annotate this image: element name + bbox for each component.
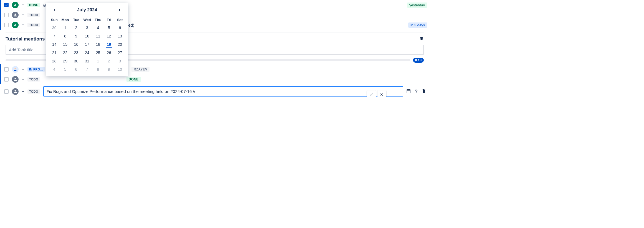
prev-month-button[interactable] (51, 7, 58, 13)
chevron-down-icon[interactable] (21, 13, 25, 17)
calendar-day[interactable]: 14 (49, 40, 60, 49)
calendar-day[interactable]: 11 (93, 32, 103, 40)
progress-badge: 0 / 3 (413, 58, 424, 63)
date-picker: July 2024 SunMonTueWedThuFriSat 30123456… (46, 3, 128, 76)
calendar-dow: Thu (93, 16, 103, 24)
confirm-button[interactable] (367, 90, 376, 97)
calendar-day[interactable]: 6 (115, 24, 125, 32)
calendar-day[interactable]: 29 (60, 57, 70, 65)
status-badge[interactable]: TODO (27, 13, 40, 17)
calendar-dow: Tue (71, 16, 82, 24)
avatar[interactable]: A (12, 2, 19, 8)
calendar-day[interactable]: 26 (103, 49, 114, 57)
status-badge[interactable]: TODO (27, 77, 40, 82)
calendar-day[interactable]: 31 (82, 57, 92, 65)
chevron-down-icon[interactable] (21, 67, 25, 72)
task-checkbox[interactable] (4, 77, 9, 82)
calendar-day[interactable]: 5 (60, 65, 70, 74)
task-checkbox[interactable] (4, 67, 9, 72)
task-checkbox[interactable] (4, 13, 9, 17)
calendar-day[interactable]: 7 (49, 32, 60, 40)
avatar[interactable] (12, 12, 19, 18)
calendar-day[interactable]: 9 (71, 32, 82, 40)
calendar-day[interactable]: 30 (49, 24, 60, 32)
task-checkbox[interactable] (4, 89, 9, 94)
calendar-day[interactable]: 6 (71, 65, 82, 74)
calendar-day[interactable]: 27 (115, 49, 125, 57)
task-title-edit-wrapper (43, 86, 403, 97)
calendar-day[interactable]: 28 (49, 57, 60, 65)
calendar-day[interactable]: 12 (103, 32, 114, 40)
avatar[interactable] (12, 88, 19, 95)
status-badge[interactable]: TODO (27, 89, 40, 94)
calendar-day[interactable]: 23 (71, 49, 82, 57)
calendar-day[interactable]: 30 (71, 57, 82, 65)
calendar-day[interactable]: 4 (49, 65, 60, 74)
calendar-day[interactable]: 5 (103, 24, 114, 32)
calendar-day[interactable]: 2 (103, 57, 114, 65)
calendar-dow: Wed (82, 16, 92, 24)
calendar-day[interactable]: 22 (60, 49, 70, 57)
calendar-day[interactable]: 25 (93, 49, 103, 57)
date-badge: yesterday (407, 2, 427, 8)
calendar-day[interactable]: 18 (93, 40, 103, 49)
calendar-day[interactable]: 1 (60, 24, 70, 32)
calendar-day[interactable]: 3 (115, 57, 125, 65)
calendar-day[interactable]: 16 (71, 40, 82, 49)
calendar-day[interactable]: 3 (82, 24, 92, 32)
date-badge: in 3 days (408, 22, 427, 28)
task-title-input[interactable] (44, 87, 403, 96)
task-row-editing: TODO ? (2, 85, 426, 97)
calendar-day[interactable]: 8 (93, 65, 103, 74)
calendar-day[interactable]: 17 (82, 40, 92, 49)
calendar-day[interactable]: 4 (93, 24, 103, 32)
chevron-down-icon[interactable] (21, 77, 25, 82)
calendar-dow: Fri (103, 16, 114, 24)
trash-icon[interactable] (419, 36, 424, 42)
calendar-dow: Mon (60, 16, 70, 24)
avatar[interactable] (12, 66, 19, 73)
calendar-day[interactable]: 2 (71, 24, 82, 32)
calendar-dow: Sun (49, 16, 60, 24)
calendar-day[interactable]: 1 (93, 57, 103, 65)
cancel-button[interactable] (377, 90, 386, 97)
calendar-day[interactable]: 21 (49, 49, 60, 57)
chevron-down-icon[interactable] (21, 3, 25, 7)
chevron-down-icon[interactable] (21, 89, 25, 94)
calendar-day[interactable]: 8 (60, 32, 70, 40)
mention-badge: DONE (126, 77, 141, 82)
calendar-dow: Sat (115, 16, 125, 24)
calendar-day[interactable]: 13 (115, 32, 125, 40)
mention-badge: RZAYEV (131, 67, 149, 72)
task-checkbox[interactable] (4, 23, 9, 27)
calendar-day[interactable]: 15 (60, 40, 70, 49)
svg-point-0 (15, 68, 16, 69)
task-checkbox[interactable] (4, 3, 9, 7)
trash-icon[interactable] (422, 89, 426, 94)
calendar-title: July 2024 (77, 7, 97, 12)
status-badge[interactable]: IN PRO… (27, 67, 45, 72)
calendar-day[interactable]: 20 (115, 40, 125, 49)
section-title: Tutorial mentions (6, 36, 45, 42)
help-icon[interactable]: ? (415, 89, 418, 94)
calendar-icon[interactable] (406, 88, 411, 95)
avatar[interactable] (12, 76, 19, 83)
chevron-down-icon[interactable] (21, 23, 25, 27)
calendar-day[interactable]: 9 (103, 65, 114, 74)
calendar-day[interactable]: 19 (103, 40, 114, 49)
avatar[interactable]: A (12, 22, 19, 28)
calendar-day[interactable]: 10 (82, 32, 92, 40)
status-badge[interactable]: DONE (27, 3, 40, 7)
status-badge[interactable]: TODO (27, 23, 40, 27)
confirm-cancel-group (367, 90, 386, 97)
next-month-button[interactable] (116, 7, 123, 13)
calendar-day[interactable]: 7 (82, 65, 92, 74)
calendar-day[interactable]: 10 (115, 65, 125, 74)
calendar-day[interactable]: 24 (82, 49, 92, 57)
